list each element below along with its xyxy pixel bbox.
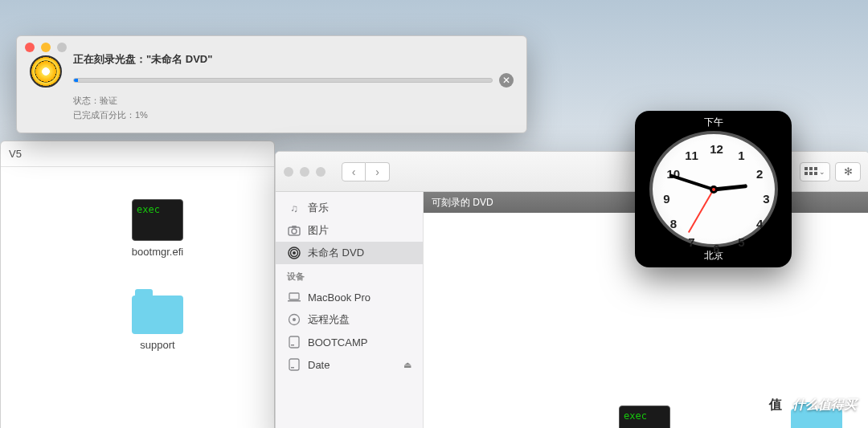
sidebar-item-label: Date xyxy=(308,359,330,371)
burn-icon xyxy=(287,246,301,260)
svg-rect-27 xyxy=(288,300,301,302)
svg-rect-16 xyxy=(814,167,817,170)
minimize-button[interactable] xyxy=(300,167,309,177)
progress-bar xyxy=(73,78,493,83)
svg-rect-17 xyxy=(805,172,808,175)
file-tile[interactable]: exec bootmgr.efi xyxy=(121,199,194,258)
clock-face: 123456789101112 xyxy=(649,131,778,247)
sidebar-item-photos[interactable]: 图片 xyxy=(276,219,423,242)
burn-icon xyxy=(30,55,62,88)
window-controls xyxy=(25,43,67,52)
nav-buttons: ‹ › xyxy=(342,162,390,181)
burn-status: 状态：验证 已完成百分比：1% xyxy=(73,94,514,122)
back-button[interactable]: ‹ xyxy=(342,162,366,181)
watermark-text: 什么值得买 xyxy=(792,397,857,414)
hour-hand xyxy=(713,184,747,191)
clock-center xyxy=(710,185,718,194)
hdd-icon xyxy=(287,335,301,349)
svg-point-25 xyxy=(293,251,296,255)
close-button[interactable] xyxy=(284,167,293,177)
watermark-badge: 值 xyxy=(764,393,788,417)
svg-rect-32 xyxy=(289,359,299,370)
zoom-button xyxy=(57,43,67,52)
svg-rect-33 xyxy=(291,367,294,369)
minute-hand xyxy=(669,173,714,191)
close-button[interactable] xyxy=(25,43,35,52)
remote-disc-icon xyxy=(287,312,301,327)
svg-rect-30 xyxy=(289,336,299,348)
hdd-icon xyxy=(287,357,301,372)
sidebar-item-label: 未命名 DVD xyxy=(308,246,364,260)
svg-point-29 xyxy=(293,318,296,321)
forward-button[interactable]: › xyxy=(366,162,390,181)
sidebar-item-burn-dvd[interactable]: 未命名 DVD xyxy=(276,242,423,264)
sidebar-item-label: 音乐 xyxy=(308,201,329,215)
sidebar-item-music[interactable]: ♫ 音乐 xyxy=(276,197,423,219)
action-button[interactable]: ✻ xyxy=(835,162,861,181)
photos-icon xyxy=(287,223,301,238)
sidebar-item-label: BOOTCAMP xyxy=(308,336,367,349)
minimize-button[interactable] xyxy=(41,43,51,52)
file-name: bootmgr.efi xyxy=(121,246,194,258)
svg-rect-31 xyxy=(291,344,294,346)
svg-point-21 xyxy=(292,229,297,234)
burn-progress-window: 正在刻录光盘："未命名 DVD" ✕ 状态：验证 已完成百分比：1% xyxy=(16,35,527,133)
music-icon: ♫ xyxy=(287,201,301,215)
eject-icon[interactable]: ⏏ xyxy=(403,360,411,370)
sidebar-item-macbook[interactable]: MacBook Pro xyxy=(276,286,423,308)
folder-icon xyxy=(132,296,183,334)
svg-rect-15 xyxy=(809,167,813,170)
svg-rect-18 xyxy=(809,172,813,175)
burn-title: 正在刻录光盘："未命名 DVD" xyxy=(73,52,514,67)
bg-window: V5 exec bootmgr.efi support xyxy=(0,141,275,428)
file-tile[interactable]: exec xyxy=(608,406,681,428)
sidebar-item-bootcamp[interactable]: BOOTCAMP xyxy=(276,331,423,353)
progress-fill xyxy=(74,79,78,82)
exec-icon: exec xyxy=(132,199,183,241)
cancel-button[interactable]: ✕ xyxy=(499,73,514,88)
sidebar-section-devices: 设备 xyxy=(276,264,423,286)
sidebar-item-remote-disc[interactable]: 远程光盘 xyxy=(276,308,423,331)
laptop-icon xyxy=(287,290,301,304)
second-hand xyxy=(688,189,714,232)
zoom-button[interactable] xyxy=(316,167,326,177)
sidebar-item-label: MacBook Pro xyxy=(308,291,371,304)
file-name: support xyxy=(121,339,194,351)
clock-widget[interactable]: 下午 123456789101112 北京 xyxy=(635,111,792,267)
svg-rect-19 xyxy=(814,172,817,175)
sidebar-item-label: 图片 xyxy=(308,223,329,238)
watermark: 值 什么值得买 xyxy=(764,393,857,417)
file-tile[interactable]: support xyxy=(121,296,194,351)
exec-icon: exec xyxy=(619,406,670,428)
clock-ampm-label: 下午 xyxy=(704,116,723,129)
sidebar: ♫ 音乐 图片 未命名 DVD 设备 MacBook Pro 远程光盘 xyxy=(276,192,424,428)
bg-window-title: V5 xyxy=(1,141,274,167)
arrange-button[interactable]: ⌄ xyxy=(800,162,830,181)
svg-rect-26 xyxy=(289,293,299,300)
sidebar-item-label: 远程光盘 xyxy=(308,312,350,327)
svg-rect-14 xyxy=(805,167,808,170)
sidebar-item-date[interactable]: Date ⏏ xyxy=(276,353,423,376)
svg-rect-22 xyxy=(292,226,297,228)
